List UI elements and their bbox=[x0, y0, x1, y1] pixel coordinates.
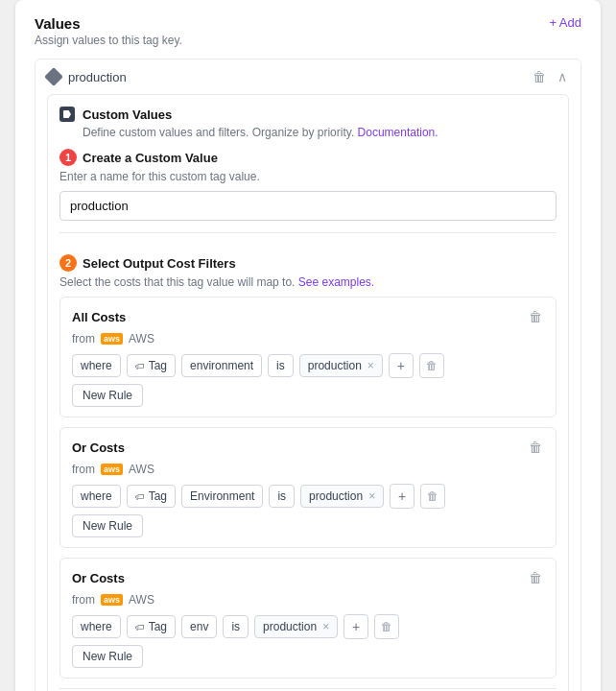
filter-group-2-header: Or Costs 🗑 bbox=[72, 438, 544, 457]
aws-box-2: aws bbox=[101, 464, 123, 475]
production-collapse-button[interactable]: ∧ bbox=[556, 67, 569, 86]
filter-group-or-costs-2: Or Costs 🗑 from aws AWS where bbox=[59, 558, 557, 679]
filter-group-3-row: where 🏷 Tag env is production × + bbox=[72, 614, 544, 639]
step-2-title: Select Output Cost Filters bbox=[83, 256, 236, 271]
production-section: production 🗑 ∧ Custom Values Define cust bbox=[35, 59, 581, 691]
filter-group-3-title: Or Costs bbox=[72, 571, 125, 585]
step-1-title: Create a Custom Value bbox=[83, 151, 218, 165]
aws-logo-1: aws bbox=[101, 333, 123, 345]
tag-value-chip-3: production × bbox=[254, 615, 338, 638]
tag-key-chip-2: Environment bbox=[181, 485, 263, 508]
page-title: Values bbox=[35, 15, 182, 32]
filter-group-1-title: All Costs bbox=[72, 310, 126, 324]
production-delete-button[interactable]: 🗑 bbox=[531, 67, 548, 86]
card-header: Values Assign values to this tag key. + … bbox=[15, 0, 601, 47]
tag-chip-3: 🏷 Tag bbox=[127, 615, 176, 638]
see-examples-link[interactable]: See examples. bbox=[298, 275, 374, 289]
filter-group-1-delete-button[interactable]: 🗑 bbox=[527, 307, 544, 326]
step-2-number: 2 bbox=[59, 254, 77, 272]
custom-values-title: Custom Values bbox=[59, 107, 557, 122]
add-condition-btn-1[interactable]: + bbox=[389, 353, 414, 378]
step-1-number: 1 bbox=[59, 149, 77, 166]
tag-icon bbox=[59, 107, 75, 122]
aws-box-3: aws bbox=[101, 594, 123, 606]
filter-group-2-delete-button[interactable]: 🗑 bbox=[527, 438, 544, 457]
filter-group-3-from: from aws AWS bbox=[72, 593, 544, 607]
tag-value-chip-2: production × bbox=[300, 485, 384, 508]
plus-icon-1: + bbox=[397, 358, 405, 373]
trash-icon-1: 🗑 bbox=[529, 309, 542, 324]
filter-group-or-costs-1: Or Costs 🗑 from aws AWS where bbox=[59, 427, 557, 548]
row-trash-icon-3: 🗑 bbox=[381, 620, 392, 633]
custom-values-box: Custom Values Define custom values and f… bbox=[47, 94, 569, 691]
row-trash-icon-1: 🗑 bbox=[426, 359, 438, 372]
step-2-description: Select the costs that this tag value wil… bbox=[59, 275, 557, 289]
where-chip-2: where bbox=[72, 485, 121, 508]
step-1-header: 1 Create a Custom Value bbox=[59, 149, 557, 166]
plus-icon-2: + bbox=[398, 488, 406, 504]
step-2-section: 2 Select Output Cost Filters Select the … bbox=[59, 245, 557, 691]
new-rule-btn-2[interactable]: New Rule bbox=[72, 514, 143, 537]
header-left: Values Assign values to this tag key. bbox=[35, 15, 182, 47]
trash-icon: 🗑 bbox=[533, 69, 546, 84]
trash-icon-3: 🗑 bbox=[529, 570, 542, 585]
tag-key-chip-1: environment bbox=[181, 354, 262, 377]
chevron-up-icon: ∧ bbox=[557, 69, 567, 84]
where-chip-1: where bbox=[72, 354, 121, 377]
is-chip-1: is bbox=[268, 354, 294, 377]
add-condition-btn-3[interactable]: + bbox=[344, 614, 368, 639]
filter-group-1-from: from aws AWS bbox=[72, 332, 544, 346]
small-tag-icon-2: 🏷 bbox=[135, 491, 145, 502]
documentation-link[interactable]: Documentation. bbox=[358, 126, 438, 139]
custom-values-description: Define custom values and filters. Organi… bbox=[83, 126, 557, 139]
remove-row-btn-2[interactable]: 🗑 bbox=[420, 484, 445, 509]
tag-chip-2: 🏷 Tag bbox=[127, 485, 176, 508]
plus-icon-3: + bbox=[352, 619, 360, 634]
page-subtitle: Assign values to this tag key. bbox=[35, 34, 182, 47]
remove-row-btn-1[interactable]: 🗑 bbox=[419, 353, 444, 378]
row-trash-icon-2: 🗑 bbox=[427, 489, 438, 503]
remove-row-btn-3[interactable]: 🗑 bbox=[374, 614, 399, 639]
filter-group-1-header: All Costs 🗑 bbox=[72, 307, 544, 326]
small-tag-icon-3: 🏷 bbox=[135, 622, 145, 632]
diamond-icon bbox=[44, 67, 63, 86]
main-card: Values Assign values to this tag key. + … bbox=[15, 0, 601, 691]
tag-icon-inner bbox=[63, 110, 71, 118]
custom-values-heading: Custom Values bbox=[83, 107, 172, 122]
step-1-section: 1 Create a Custom Value Enter a name for… bbox=[59, 139, 557, 221]
tag-value-remove-btn-3[interactable]: × bbox=[322, 621, 329, 632]
aws-logo-2: aws bbox=[101, 464, 123, 475]
filter-group-2-title: Or Costs bbox=[72, 441, 125, 455]
add-condition-btn-2[interactable]: + bbox=[390, 484, 415, 509]
tag-value-remove-btn-2[interactable]: × bbox=[368, 490, 375, 502]
step-1-description: Enter a name for this custom tag value. bbox=[59, 170, 557, 183]
filter-group-3-header: Or Costs 🗑 bbox=[72, 568, 544, 587]
small-tag-icon-1: 🏷 bbox=[135, 361, 145, 371]
tag-value-remove-btn-1[interactable]: × bbox=[367, 360, 374, 371]
new-rule-btn-3[interactable]: New Rule bbox=[72, 645, 143, 668]
where-chip-3: where bbox=[72, 615, 121, 638]
step-divider bbox=[59, 232, 557, 233]
tag-key-chip-3: env bbox=[181, 615, 217, 638]
tag-chip-1: 🏷 Tag bbox=[127, 354, 176, 377]
new-rule-btn-1[interactable]: New Rule bbox=[72, 384, 143, 407]
step-2-header: 2 Select Output Cost Filters bbox=[59, 254, 557, 272]
is-chip-2: is bbox=[269, 485, 295, 508]
filter-group-3-delete-button[interactable]: 🗑 bbox=[527, 568, 544, 587]
aws-box-1: aws bbox=[101, 333, 123, 345]
tag-value-chip-1: production × bbox=[299, 354, 383, 377]
production-header: production 🗑 ∧ bbox=[36, 60, 580, 94]
production-label: production bbox=[68, 70, 127, 84]
aws-logo-3: aws bbox=[101, 594, 123, 606]
trash-icon-2: 🗑 bbox=[529, 440, 542, 455]
filter-group-2-from: from aws AWS bbox=[72, 463, 544, 476]
production-left: production bbox=[47, 70, 127, 84]
add-button[interactable]: + Add bbox=[549, 15, 581, 30]
filter-group-2-row: where 🏷 Tag Environment is production × bbox=[72, 484, 544, 509]
is-chip-3: is bbox=[223, 615, 249, 638]
custom-value-input[interactable] bbox=[59, 191, 557, 221]
production-actions: 🗑 ∧ bbox=[531, 67, 569, 86]
filter-group-all-costs: All Costs 🗑 from aws AWS where bbox=[59, 297, 557, 417]
filter-group-1-row: where 🏷 Tag environment is production × bbox=[72, 353, 544, 378]
